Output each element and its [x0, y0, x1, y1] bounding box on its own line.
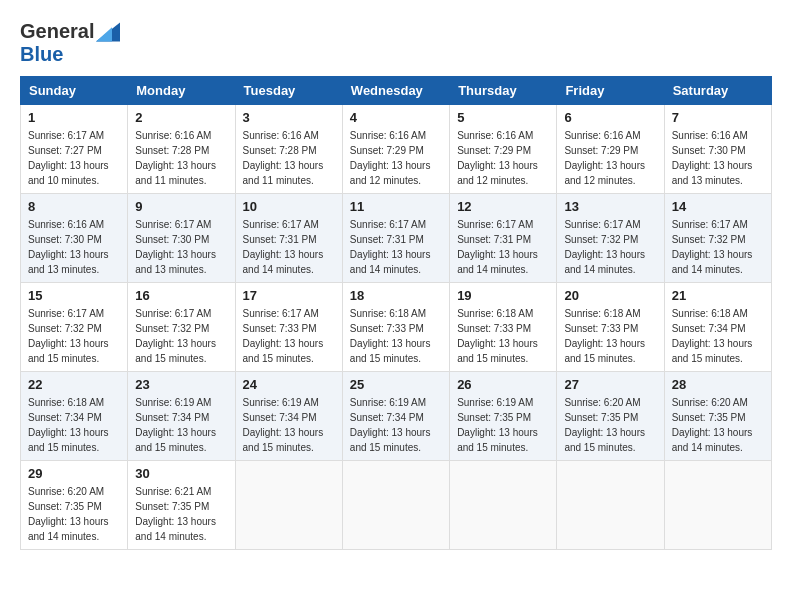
sunset-label: Sunset: 7:30 PM	[135, 234, 209, 245]
sunrise-label: Sunrise: 6:18 AM	[350, 308, 426, 319]
sunrise-label: Sunrise: 6:17 AM	[564, 219, 640, 230]
sunset-label: Sunset: 7:35 PM	[672, 412, 746, 423]
day-number: 21	[672, 288, 764, 303]
daylight-label: Daylight: 13 hoursand 15 minutes.	[243, 338, 324, 364]
calendar-day-cell: 2 Sunrise: 6:16 AM Sunset: 7:28 PM Dayli…	[128, 105, 235, 194]
sunrise-label: Sunrise: 6:17 AM	[350, 219, 426, 230]
calendar-week-row: 29 Sunrise: 6:20 AM Sunset: 7:35 PM Dayl…	[21, 461, 772, 550]
calendar-week-row: 22 Sunrise: 6:18 AM Sunset: 7:34 PM Dayl…	[21, 372, 772, 461]
sunset-label: Sunset: 7:29 PM	[564, 145, 638, 156]
sunset-label: Sunset: 7:35 PM	[457, 412, 531, 423]
calendar-day-cell: 4 Sunrise: 6:16 AM Sunset: 7:29 PM Dayli…	[342, 105, 449, 194]
day-info: Sunrise: 6:17 AM Sunset: 7:31 PM Dayligh…	[350, 217, 442, 277]
calendar-day-cell: 16 Sunrise: 6:17 AM Sunset: 7:32 PM Dayl…	[128, 283, 235, 372]
day-info: Sunrise: 6:19 AM Sunset: 7:34 PM Dayligh…	[135, 395, 227, 455]
sunset-label: Sunset: 7:27 PM	[28, 145, 102, 156]
day-info: Sunrise: 6:16 AM Sunset: 7:29 PM Dayligh…	[564, 128, 656, 188]
logo: General Blue	[20, 20, 120, 66]
calendar-day-cell: 30 Sunrise: 6:21 AM Sunset: 7:35 PM Dayl…	[128, 461, 235, 550]
daylight-label: Daylight: 13 hoursand 15 minutes.	[350, 427, 431, 453]
calendar-week-row: 8 Sunrise: 6:16 AM Sunset: 7:30 PM Dayli…	[21, 194, 772, 283]
sunrise-label: Sunrise: 6:16 AM	[350, 130, 426, 141]
sunset-label: Sunset: 7:34 PM	[135, 412, 209, 423]
daylight-label: Daylight: 13 hoursand 13 minutes.	[672, 160, 753, 186]
sunset-label: Sunset: 7:34 PM	[28, 412, 102, 423]
sunset-label: Sunset: 7:32 PM	[564, 234, 638, 245]
sunrise-label: Sunrise: 6:17 AM	[243, 308, 319, 319]
sunrise-label: Sunrise: 6:18 AM	[564, 308, 640, 319]
day-number: 2	[135, 110, 227, 125]
sunrise-label: Sunrise: 6:17 AM	[135, 308, 211, 319]
sunset-label: Sunset: 7:32 PM	[672, 234, 746, 245]
day-number: 27	[564, 377, 656, 392]
calendar-day-cell: 7 Sunrise: 6:16 AM Sunset: 7:30 PM Dayli…	[664, 105, 771, 194]
sunrise-label: Sunrise: 6:16 AM	[457, 130, 533, 141]
day-info: Sunrise: 6:18 AM Sunset: 7:33 PM Dayligh…	[350, 306, 442, 366]
day-info: Sunrise: 6:17 AM Sunset: 7:31 PM Dayligh…	[243, 217, 335, 277]
day-number: 5	[457, 110, 549, 125]
calendar-day-cell: 19 Sunrise: 6:18 AM Sunset: 7:33 PM Dayl…	[450, 283, 557, 372]
day-number: 24	[243, 377, 335, 392]
day-info: Sunrise: 6:18 AM Sunset: 7:33 PM Dayligh…	[457, 306, 549, 366]
sunrise-label: Sunrise: 6:16 AM	[28, 219, 104, 230]
day-info: Sunrise: 6:19 AM Sunset: 7:34 PM Dayligh…	[243, 395, 335, 455]
sunrise-label: Sunrise: 6:19 AM	[135, 397, 211, 408]
sunrise-label: Sunrise: 6:18 AM	[672, 308, 748, 319]
day-info: Sunrise: 6:17 AM Sunset: 7:32 PM Dayligh…	[564, 217, 656, 277]
day-number: 7	[672, 110, 764, 125]
day-number: 10	[243, 199, 335, 214]
sunrise-label: Sunrise: 6:19 AM	[457, 397, 533, 408]
daylight-label: Daylight: 13 hoursand 15 minutes.	[457, 427, 538, 453]
sunset-label: Sunset: 7:31 PM	[350, 234, 424, 245]
day-info: Sunrise: 6:16 AM Sunset: 7:29 PM Dayligh…	[457, 128, 549, 188]
logo-general-text: General	[20, 20, 94, 43]
daylight-label: Daylight: 13 hoursand 12 minutes.	[457, 160, 538, 186]
daylight-label: Daylight: 13 hoursand 14 minutes.	[672, 249, 753, 275]
sunset-label: Sunset: 7:34 PM	[350, 412, 424, 423]
daylight-label: Daylight: 13 hoursand 10 minutes.	[28, 160, 109, 186]
daylight-label: Daylight: 13 hoursand 14 minutes.	[243, 249, 324, 275]
daylight-label: Daylight: 13 hoursand 15 minutes.	[135, 338, 216, 364]
calendar-day-cell: 21 Sunrise: 6:18 AM Sunset: 7:34 PM Dayl…	[664, 283, 771, 372]
calendar-day-cell: 5 Sunrise: 6:16 AM Sunset: 7:29 PM Dayli…	[450, 105, 557, 194]
sunset-label: Sunset: 7:34 PM	[243, 412, 317, 423]
sunset-label: Sunset: 7:28 PM	[135, 145, 209, 156]
day-info: Sunrise: 6:16 AM Sunset: 7:28 PM Dayligh…	[243, 128, 335, 188]
day-number: 25	[350, 377, 442, 392]
calendar-day-cell: 18 Sunrise: 6:18 AM Sunset: 7:33 PM Dayl…	[342, 283, 449, 372]
calendar-day-cell: 20 Sunrise: 6:18 AM Sunset: 7:33 PM Dayl…	[557, 283, 664, 372]
daylight-label: Daylight: 13 hoursand 15 minutes.	[243, 427, 324, 453]
sunset-label: Sunset: 7:32 PM	[28, 323, 102, 334]
day-info: Sunrise: 6:20 AM Sunset: 7:35 PM Dayligh…	[28, 484, 120, 544]
calendar-day-cell: 8 Sunrise: 6:16 AM Sunset: 7:30 PM Dayli…	[21, 194, 128, 283]
sunrise-label: Sunrise: 6:17 AM	[28, 308, 104, 319]
sunset-label: Sunset: 7:33 PM	[243, 323, 317, 334]
sunset-label: Sunset: 7:31 PM	[243, 234, 317, 245]
daylight-label: Daylight: 13 hoursand 15 minutes.	[28, 427, 109, 453]
day-number: 23	[135, 377, 227, 392]
sunset-label: Sunset: 7:31 PM	[457, 234, 531, 245]
day-info: Sunrise: 6:19 AM Sunset: 7:35 PM Dayligh…	[457, 395, 549, 455]
day-number: 18	[350, 288, 442, 303]
daylight-label: Daylight: 13 hoursand 15 minutes.	[564, 427, 645, 453]
daylight-label: Daylight: 13 hoursand 13 minutes.	[28, 249, 109, 275]
day-info: Sunrise: 6:17 AM Sunset: 7:32 PM Dayligh…	[28, 306, 120, 366]
daylight-label: Daylight: 13 hoursand 14 minutes.	[672, 427, 753, 453]
sunrise-label: Sunrise: 6:17 AM	[457, 219, 533, 230]
weekday-header-thursday: Thursday	[450, 77, 557, 105]
weekday-header-row: SundayMondayTuesdayWednesdayThursdayFrid…	[21, 77, 772, 105]
sunrise-label: Sunrise: 6:17 AM	[672, 219, 748, 230]
day-number: 26	[457, 377, 549, 392]
day-info: Sunrise: 6:17 AM Sunset: 7:27 PM Dayligh…	[28, 128, 120, 188]
daylight-label: Daylight: 13 hoursand 14 minutes.	[457, 249, 538, 275]
day-info: Sunrise: 6:16 AM Sunset: 7:30 PM Dayligh…	[28, 217, 120, 277]
calendar-day-cell: 6 Sunrise: 6:16 AM Sunset: 7:29 PM Dayli…	[557, 105, 664, 194]
calendar-day-cell: 1 Sunrise: 6:17 AM Sunset: 7:27 PM Dayli…	[21, 105, 128, 194]
weekday-header-sunday: Sunday	[21, 77, 128, 105]
day-number: 9	[135, 199, 227, 214]
calendar-day-cell: 28 Sunrise: 6:20 AM Sunset: 7:35 PM Dayl…	[664, 372, 771, 461]
day-info: Sunrise: 6:20 AM Sunset: 7:35 PM Dayligh…	[672, 395, 764, 455]
weekday-header-tuesday: Tuesday	[235, 77, 342, 105]
sunset-label: Sunset: 7:29 PM	[350, 145, 424, 156]
sunrise-label: Sunrise: 6:20 AM	[28, 486, 104, 497]
